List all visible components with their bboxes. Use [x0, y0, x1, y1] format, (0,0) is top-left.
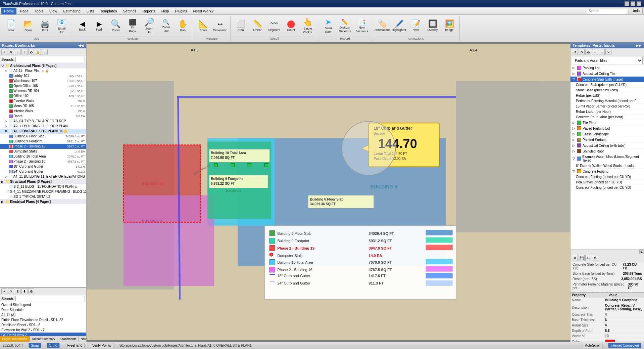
parts-pea-gravel[interactable]: Pea Gravel (priced per CU YD) [571, 180, 644, 185]
canvas-area[interactable]: BUILDING 18 BUILDING 19 BUILDING 6 BUILD… [87, 42, 570, 342]
linear-button[interactable]: 📏 Linear [249, 17, 265, 36]
tree-phase2-bldg16[interactable]: Phase 2 - Building 16 4767.5 sq FT [0, 159, 86, 164]
summary-save-btn[interactable]: 💾 [579, 255, 585, 261]
dimension-button[interactable]: ↔ Dimension [212, 17, 228, 36]
tree-sd1[interactable]: 📄 SD-1 TYPICAL DETAILS [0, 194, 86, 199]
parts-dropdown[interactable]: Parts and Assemblies Templates Inputs [572, 57, 643, 64]
parts-concrete-pour[interactable]: Concrete Pour Labor (per Hour) [571, 115, 644, 120]
send-data-button[interactable]: ➤ SendData [320, 17, 336, 36]
rp-undo-btn[interactable]: ↺ [572, 49, 578, 55]
note-button[interactable]: 📝 Note [408, 17, 424, 36]
parts-vapor-barrier[interactable]: 15 mil Vapor Barrier (priced per Roll) [571, 104, 644, 109]
tab-pages-bookmarks[interactable]: Pages, Bookmarks [0, 336, 30, 342]
single-click-button[interactable]: 👆 SingleClick ▾ [300, 17, 316, 36]
menu-home[interactable]: Home [1, 8, 16, 14]
bm-up-btn[interactable]: ⬆ [15, 288, 21, 294]
menu-estimating[interactable]: Estimating [60, 8, 83, 14]
zoom-out-button[interactable]: 🔍 ZoomOut [158, 17, 174, 36]
tree-dumpster[interactable]: Dumpster Stalls 14.0 EA [0, 149, 86, 154]
bm-elevation[interactable]: Elevation for Wall 2 - SD1 - 7 [0, 328, 86, 333]
menu-lists[interactable]: Lists [84, 8, 97, 14]
tree-a211[interactable]: ▷ 📄 A2.11 - Floor Plan ⊞ 🔒 [0, 68, 86, 73]
overlay-button[interactable]: 🔲 Overlay [425, 17, 441, 36]
parts-tile-floor[interactable]: ▷ Tile Floor [571, 120, 644, 126]
pages-up-btn[interactable]: ↑ [21, 49, 28, 55]
bm-down-btn[interactable]: ⬇ [21, 288, 28, 294]
tree-exterior-walls[interactable]: Exterior Walls 192.8 [0, 98, 86, 103]
parts-acoustical-tabs[interactable]: ▷ Acoustical Ceiling (with tabs) [571, 143, 644, 148]
pages-down-btn[interactable]: ↓ [15, 49, 21, 55]
parts-grass-landscape[interactable]: ▷ Grass Landscape [571, 131, 644, 137]
tree-s211[interactable]: 📄 S-2_11 BLDG - 11 FOUNDATION PLAN ⊞ [0, 184, 86, 189]
pan-button[interactable]: ✋ Pan [175, 17, 191, 36]
menu-tools[interactable]: Tools [32, 8, 46, 14]
parts-acoustical-ceiling[interactable]: ▷ Acoustical Ceiling Tile [571, 71, 644, 77]
print-button[interactable]: 🖨️ Print [37, 17, 53, 36]
back-button[interactable]: ◀ Back [74, 17, 90, 36]
rp-settings-btn[interactable]: ⚙ [585, 49, 591, 55]
struct-plans-group[interactable]: ▷ 📁 Structural Plans [3 Pages] [0, 179, 86, 184]
search-input[interactable] [587, 8, 627, 14]
tab-attachments[interactable]: Attachments [57, 336, 79, 342]
zoom-button[interactable]: 🔍 Zoom [108, 17, 124, 36]
parts-concrete-footer[interactable]: ▽ Concrete Footing [571, 169, 644, 174]
minimize-button[interactable]: ─ [625, 1, 629, 6]
bm-gc-detail[interactable]: GC Detail View 2 [0, 333, 86, 336]
summary-values-list[interactable]: Concrete Slab (priced per CU YD) 73.23 C… [571, 262, 644, 292]
tree-interior-walls[interactable]: Interior Walls 135.6 [0, 108, 86, 114]
tree-phase2-bldg19[interactable]: Phase 2 - Building 19 3947.0 sq FT [0, 144, 86, 149]
summary-refresh-btn[interactable]: ↻ [585, 255, 591, 261]
parts-example-assemblies[interactable]: ▽ Example Assemblies (Linear/Segment Tak… [571, 154, 644, 163]
tab-takeoff-summary[interactable]: Takeoff Summary [30, 336, 58, 342]
parts-list[interactable]: ▷ Parking Lot ▷ Acoustical Ceiling Tile … [571, 65, 644, 249]
ortho-btn[interactable]: Ortho [47, 343, 60, 348]
bm-door-schedule[interactable]: Door Schedule [0, 307, 86, 312]
parts-paved-parking[interactable]: ▷ Paved Parking Lot [571, 126, 644, 131]
email-button[interactable]: 📧 EmailJob [54, 17, 70, 36]
tree-womens-rr[interactable]: Womens RR 104 52.0 sq FT [0, 88, 86, 93]
snap-btn[interactable]: Snap [29, 343, 41, 348]
tree-office[interactable]: Office 102 139.6 sq FT [0, 93, 86, 98]
new-section-button[interactable]: 📑 NewSection ▾ [354, 17, 370, 36]
verify-pts-btn[interactable]: Verify Points [90, 343, 113, 348]
menu-plugins[interactable]: Plugins [172, 8, 190, 14]
pages-minus-btn[interactable]: − [42, 49, 48, 55]
menu-settings[interactable]: Settings [120, 8, 139, 14]
undo-button[interactable]: Undo [629, 8, 643, 14]
count-button[interactable]: ⬤ Count [283, 17, 299, 36]
pages-tree[interactable]: ▽ 📁 Architectural Plans [5 Pages] ▷ 📄 A2… [0, 63, 86, 287]
rp-del-btn[interactable]: − [599, 49, 605, 55]
parts-conc-slab-cu[interactable]: Concrete Slab (priced per CU YD) [571, 82, 644, 88]
freehand-btn[interactable]: FreeHand [65, 343, 85, 348]
parts-stone-base[interactable]: Stone Base (priced by Tons) [571, 88, 644, 93]
tree-a66a[interactable]: ▷ 📄 A6_6A TYP B_ENLARGED TI RCP [0, 119, 86, 124]
parts-rebar-labor[interactable]: Rebar Labor (per Hour) [571, 109, 644, 115]
digitizer-button[interactable]: ✏️ DigitizerRecord ▾ [337, 17, 353, 36]
new-button[interactable]: 📄 New [3, 17, 19, 36]
window-controls[interactable]: ─ ▭ ✕ [625, 1, 641, 6]
image-button[interactable]: 🖼️ Image [441, 17, 457, 36]
rp-close-btn[interactable]: ✕ [605, 49, 611, 55]
menu-templates[interactable]: Templates [97, 8, 119, 14]
area-button[interactable]: ⬜ Area [233, 17, 249, 36]
tree-a10-overall[interactable]: ▽ 📄 A1_0 OVERALL SITE PLAN1 ⊞ 🟡 [0, 129, 86, 134]
tree-bldg9-foot[interactable]: Building 9 Footprint 5931.2 sq FT [0, 139, 86, 144]
bm-details[interactable]: Details on Sheet - SD1 - 5 [0, 322, 86, 328]
pages-delete-btn[interactable]: ✕ [8, 49, 14, 55]
tree-a411ext[interactable]: ▷ 📄 A4_11 BUILDING 11_EXTERIOR ELEVATION… [0, 174, 86, 179]
bm-search-input[interactable] [15, 296, 85, 301]
tree-curb24[interactable]: 24" Curb and Gutter 911.3 [0, 169, 86, 174]
menu-help[interactable]: Help [159, 8, 172, 14]
pages-add-btn[interactable]: + [1, 49, 7, 55]
bm-delete-btn[interactable]: ✕ [8, 288, 14, 294]
summary-del-btn[interactable]: ✕ [572, 255, 578, 261]
parts-painted-surface[interactable]: ▷ Painted Surface [571, 137, 644, 143]
rp-add-btn[interactable]: + [592, 49, 598, 55]
parts-parking-lot[interactable]: ▷ Parking Lot [571, 65, 644, 71]
rp-redo-btn[interactable]: ↻ [579, 49, 585, 55]
tree-curb18[interactable]: 18" Curb and Gutter 1417.6 [0, 164, 86, 169]
elec-plans-group[interactable]: ▷ 📁 Electrical Plans [4 Pages] [0, 199, 86, 204]
bm-overall-site[interactable]: Overall Site Legend [0, 302, 86, 307]
parts-perimeter-forming[interactable]: Perimeter Forming Material (priced per F [571, 98, 644, 104]
parts-conc-footing-cuyd[interactable]: Concrete Footing (priced per CU YD) [571, 174, 644, 180]
